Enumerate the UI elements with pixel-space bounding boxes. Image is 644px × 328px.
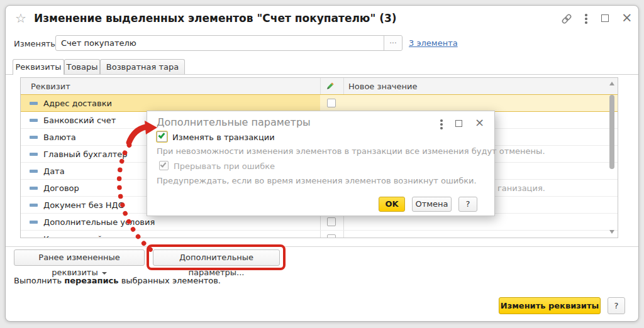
tab-tovary[interactable]: Товары (64, 59, 100, 74)
attribute-icon (30, 136, 38, 139)
previously-changed-button[interactable]: Ранее измененные реквизиты (14, 249, 145, 266)
attribute-icon (30, 204, 38, 207)
link-icon[interactable] (561, 13, 572, 25)
table-row[interactable]: Комментарий (21, 231, 618, 238)
check-icon (160, 161, 167, 167)
attribute-name: Адрес доставки (43, 99, 112, 108)
close-icon[interactable]: × (621, 11, 633, 25)
transaction-checkbox[interactable] (157, 131, 167, 142)
pencil-icon (325, 82, 335, 92)
help-button[interactable]: ? (608, 297, 625, 314)
attribute-name: Договор (43, 183, 79, 193)
row-checkbox[interactable] (327, 217, 336, 226)
attribute-icon (30, 170, 38, 173)
attribute-name: Главный бухгалтер (43, 150, 128, 159)
favorite-star-icon[interactable]: ☆ (15, 11, 26, 26)
table-row-selected[interactable]: Адрес доставки (21, 94, 618, 112)
column-header-attribute[interactable]: Реквизит (31, 82, 70, 91)
abort-checkbox-label: Прерывать при ошибке (174, 161, 275, 171)
transaction-checkbox-label[interactable]: Изменять в транзакции (172, 133, 275, 142)
abort-checkbox (159, 161, 169, 170)
change-field[interactable]: Счет покупателю ... (55, 35, 402, 51)
extra-params-dialog: Дополнительные параметры × Изменять в тр… (147, 111, 495, 216)
scroll-down-icon[interactable] (609, 230, 614, 234)
dialog-more-menu-icon[interactable] (440, 119, 443, 131)
row-checkbox[interactable] (327, 99, 336, 107)
chevron-down-icon (102, 272, 107, 275)
window-title: Изменение выделенных элементов "Счет пок… (34, 12, 397, 25)
change-field-value: Счет покупателю (61, 38, 136, 48)
partial-value-text: ганизация. (497, 183, 545, 193)
tab-panel-bottom-border (6, 246, 638, 247)
attribute-icon (30, 153, 38, 156)
attribute-icon (30, 221, 38, 224)
attribute-name: Дата (43, 167, 65, 176)
attribute-name: Дополнительные условия (43, 217, 155, 227)
attribute-name: Банковский счет (43, 116, 116, 125)
check-icon (158, 131, 165, 139)
table-row[interactable]: Дополнительные условия (21, 214, 618, 231)
dialog-maximize-icon[interactable] (455, 120, 462, 127)
tab-rekvizity[interactable]: Реквизиты (13, 59, 64, 75)
scroll-up-icon[interactable] (609, 82, 614, 85)
tabs-underline (6, 74, 638, 75)
attribute-icon (30, 119, 38, 122)
attribute-icon (30, 187, 38, 190)
dialog-help-button[interactable]: ? (458, 197, 477, 212)
row-checkbox[interactable] (327, 234, 336, 238)
dialog-cancel-button[interactable]: Отмена (412, 197, 452, 212)
dialog-ok-button[interactable]: OK (379, 197, 405, 212)
dialog-close-icon[interactable]: × (475, 117, 484, 128)
transaction-hint: При невозможности изменения элементов в … (157, 146, 545, 156)
table-header: Реквизит Новое значение (21, 78, 618, 95)
scrollbar-thumb[interactable] (609, 95, 614, 169)
submit-button[interactable]: Изменить реквизиты (499, 297, 601, 314)
column-header-new-value[interactable]: Новое значение (348, 82, 417, 91)
selected-elements-link[interactable]: 3 элемента (409, 38, 458, 48)
footer-note-bold: перезапись (64, 276, 118, 285)
attribute-name: Документ без НДС (43, 200, 124, 210)
screen: ☆ Изменение выделенных элементов "Счет п… (0, 0, 644, 328)
extra-params-button[interactable]: Дополнительные параметры... (153, 249, 280, 266)
dialog-title: Дополнительные параметры (157, 116, 311, 128)
vertical-scrollbar[interactable] (608, 79, 616, 237)
maximize-icon[interactable] (601, 14, 609, 22)
abort-hint: Предупреждать, если во время изменения э… (157, 176, 477, 185)
tab-vozvratnaya-tara[interactable]: Возвратная тара (100, 59, 185, 74)
attribute-name: Валюта (43, 133, 76, 142)
more-menu-icon[interactable] (585, 14, 587, 25)
attribute-name: Комментарий (43, 234, 103, 238)
attribute-icon (30, 102, 38, 105)
change-field-label: Изменять: (14, 39, 58, 48)
attribute-icon (30, 238, 38, 238)
choose-button[interactable]: ... (384, 36, 402, 50)
footer-note-prefix: Выполнить (14, 276, 64, 285)
